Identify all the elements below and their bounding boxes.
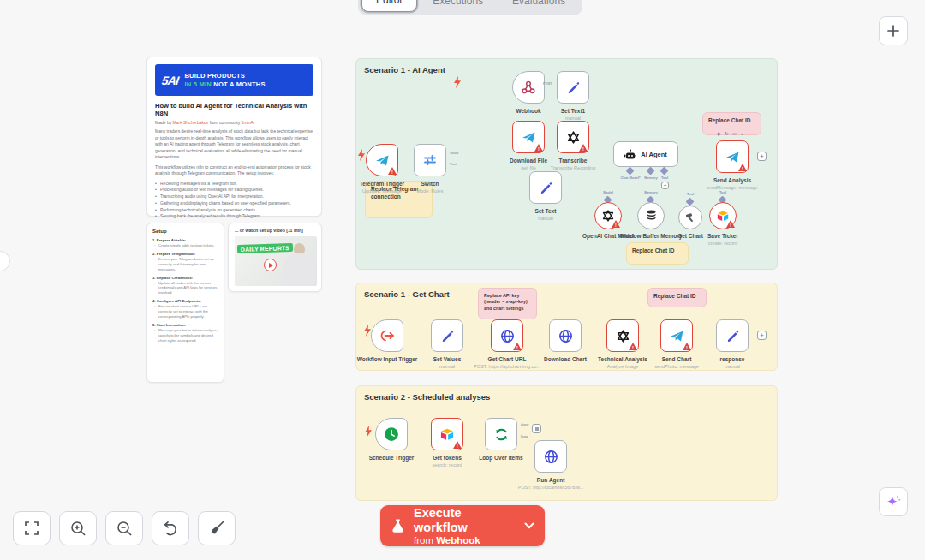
sticky-title: Scenario 2 - Scheduled analyses (356, 386, 777, 408)
brand-logo: 5AI (161, 74, 180, 87)
play-icon[interactable]: ▶ (718, 131, 721, 136)
node-technical-analysis[interactable] (606, 319, 639, 352)
sticky-note-replace-chat-id-bottom[interactable]: Replace Chat ID (626, 242, 689, 265)
node-send-analysis[interactable] (716, 140, 749, 173)
feature-list: Receiving messages via a Telegram bot. P… (155, 181, 313, 221)
setup-step: 5. Start Interaction:Message your bot to… (152, 323, 218, 343)
setup-step: 2. Prepare Telegram bot:Ensure your Tele… (152, 252, 218, 272)
done-endpoint[interactable] (532, 424, 541, 433)
sticky-note-replace-api-key[interactable]: Replace API key (header = x-api-key) and… (478, 288, 537, 319)
refresh-icon[interactable]: ↻ (725, 131, 729, 136)
globe-icon (500, 329, 515, 343)
node-set-text[interactable] (529, 171, 562, 204)
warning-icon (513, 343, 522, 350)
add-tool-button[interactable]: + (661, 182, 669, 189)
undo-icon (163, 521, 179, 537)
node-ai-agent[interactable]: AI Agent (613, 141, 678, 167)
tab-evaluations[interactable]: Evaluations (498, 0, 579, 12)
play-icon[interactable] (264, 259, 277, 271)
node-set-values[interactable] (431, 319, 463, 352)
trigger-bolt-icon (364, 426, 373, 438)
sticky-note-intro[interactable]: 5AI BUILD PRODUCTS IN 5 MIN NOT A MONTHS… (146, 57, 322, 217)
node-get-chart-url[interactable] (491, 319, 523, 352)
node-send-chart[interactable] (660, 319, 693, 352)
warning-icon (683, 343, 691, 350)
sticky-note-replace-chat-id-chart[interactable]: Replace Chat ID (648, 288, 707, 307)
node-transcribe[interactable] (557, 121, 589, 153)
node-openai-chat-model[interactable] (594, 202, 622, 229)
workflow-canvas[interactable]: Scenario 1 - AI Agent Scenario 1 - Get C… (0, 0, 925, 560)
node-set-text1[interactable] (557, 71, 589, 104)
pencil-icon (567, 81, 580, 94)
warning-icon (453, 441, 462, 449)
community-link[interactable]: 5minAI (242, 120, 255, 125)
zoom-out-button[interactable] (105, 511, 143, 545)
sticky-note-setup[interactable]: Setup 1. Prepare Airtable:Create simple … (146, 223, 224, 383)
video-thumbnail[interactable]: DAILY REPORTS (235, 236, 317, 286)
node-get-chart-tool[interactable] (678, 206, 702, 229)
node-download-file[interactable] (512, 121, 545, 153)
hammer-icon (685, 212, 695, 223)
telegram-icon (375, 153, 390, 168)
clock-icon (384, 426, 399, 442)
tab-editor[interactable]: Editor (361, 0, 417, 12)
setup-step: 1. Prepare Airtable:Create simple table … (152, 238, 218, 248)
tab-executions[interactable]: Executions (419, 0, 497, 12)
fit-view-button[interactable] (13, 511, 51, 545)
tidy-up-button[interactable] (198, 511, 236, 545)
database-icon (646, 210, 657, 222)
execute-workflow-button[interactable]: Execute workflow from Webhook (380, 505, 545, 546)
node-switch[interactable] (414, 144, 446, 176)
edge-button[interactable] (0, 251, 10, 271)
note-title: How to build AI Agent for Technical Anal… (155, 102, 313, 117)
openai-icon (617, 330, 630, 343)
warning-icon (738, 164, 747, 171)
view-tabbar: Editor Executions Evaluations (358, 0, 582, 15)
warning-icon (388, 167, 397, 175)
setup-title: Setup (152, 229, 218, 234)
node-get-tokens[interactable] (431, 418, 463, 450)
globe-icon (558, 329, 573, 343)
warning-icon (629, 343, 637, 350)
execute-label: Execute workflow (414, 506, 516, 536)
node-telegram-trigger[interactable] (366, 144, 398, 176)
author-link[interactable]: Mark Shcherbakov (173, 120, 209, 125)
add-node-endpoint[interactable]: + (757, 331, 767, 340)
zoom-in-button[interactable] (59, 511, 97, 545)
presenter-image (283, 253, 315, 286)
node-workflow-input-trigger[interactable] (371, 319, 403, 352)
fit-view-icon (24, 521, 39, 536)
plus-icon (886, 23, 901, 39)
telegram-icon (670, 329, 684, 343)
node-run-agent[interactable] (534, 440, 567, 473)
node-download-chart[interactable] (549, 319, 582, 352)
node-schedule-trigger[interactable] (375, 418, 408, 450)
node-webhook[interactable] (512, 71, 545, 104)
reset-zoom-button[interactable] (152, 511, 189, 545)
trigger-bolt-icon (453, 76, 462, 88)
node-response[interactable] (716, 319, 749, 352)
chevron-down-icon[interactable] (524, 522, 534, 529)
sticky-note-video[interactable]: ... or watch set up video [11 min] DAILY… (228, 223, 322, 292)
add-node-button[interactable] (879, 16, 908, 45)
openai-icon (602, 210, 614, 222)
openai-icon (567, 131, 580, 144)
telegram-icon (725, 150, 740, 164)
pencil-icon (540, 182, 552, 194)
sticky-note-replace-telegram[interactable]: Replace Telegram connection (365, 181, 433, 218)
brand-banner: 5AI BUILD PRODUCTS IN 5 MIN NOT A MONTHS (155, 64, 313, 96)
airtable-icon (440, 427, 454, 441)
zoom-in-icon (70, 521, 87, 537)
ai-assistant-button[interactable] (879, 487, 908, 516)
node-window-buffer-memory[interactable] (637, 202, 665, 229)
pencil-icon (726, 330, 739, 343)
switch-icon (423, 153, 437, 167)
add-node-endpoint[interactable]: + (757, 152, 767, 161)
note-paragraph: This workflow utilizes n8n to construct … (155, 164, 313, 177)
delete-icon[interactable]: ▭ (732, 131, 737, 136)
note-toolbar[interactable]: ▶↻▭⌄ (718, 131, 744, 136)
chevron-down-icon[interactable]: ⌄ (740, 131, 744, 136)
node-loop-over-items[interactable] (485, 418, 517, 450)
setup-step: 3. Replace Credentials:Update all nodes … (152, 276, 218, 296)
node-save-ticker[interactable] (709, 202, 737, 229)
